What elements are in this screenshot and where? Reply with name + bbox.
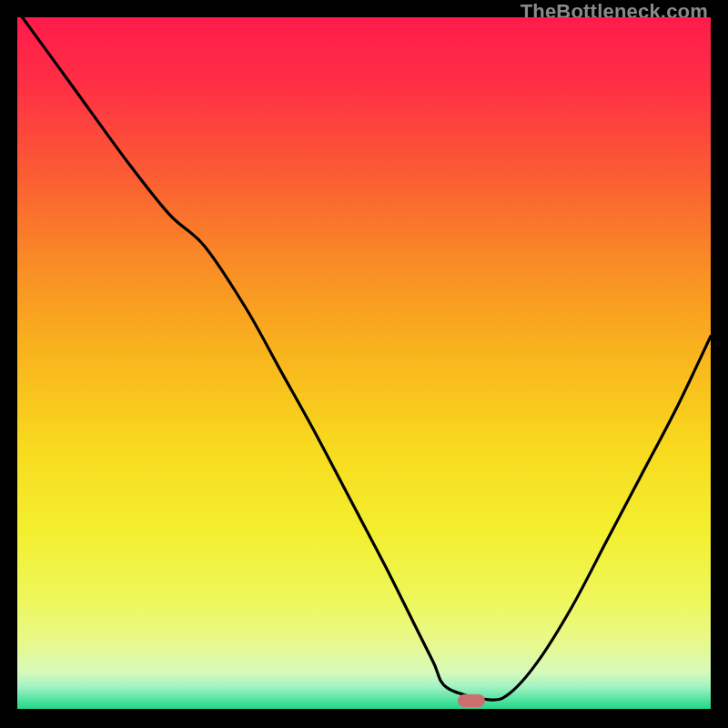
bottleneck-chart [17,17,711,711]
chart-frame [17,17,711,711]
optimal-point-marker [458,694,485,707]
gradient-background [17,17,711,711]
